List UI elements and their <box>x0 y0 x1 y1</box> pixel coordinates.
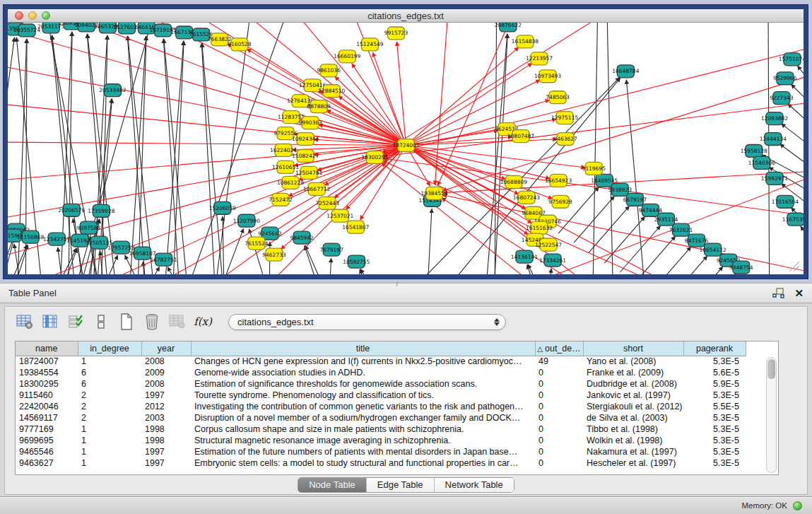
table-cell[interactable]: Estimation of significance thresholds fo… <box>191 378 535 390</box>
column-header-out_de[interactable]: △out_de… <box>535 341 583 356</box>
column-header-year[interactable]: year <box>141 341 191 356</box>
table-row[interactable]: 946554611997Estimation of the future num… <box>16 446 746 457</box>
function-builder-icon[interactable]: f(x) <box>192 311 214 332</box>
table-cell[interactable]: 1 <box>78 435 141 446</box>
graph-node[interactable]: 7152472 <box>269 193 293 206</box>
table-scrollbar-thumb[interactable] <box>767 359 775 379</box>
table-cell[interactable]: Franke et al. (2009) <box>583 367 683 378</box>
table-cell[interactable]: 0 <box>535 457 583 469</box>
table-cell[interactable]: 1 <box>78 457 141 469</box>
graph-node[interactable]: 7615524 <box>245 237 269 250</box>
table-cell[interactable]: 5.3E-5 <box>683 446 746 457</box>
graph-node[interactable]: 9463627 <box>553 133 577 146</box>
graph-node[interactable]: 16154838 <box>512 35 539 48</box>
graph-node[interactable]: 15206059 <box>209 201 236 214</box>
table-cell[interactable]: de Silva et al. (2003) <box>583 412 683 424</box>
network-window-titlebar[interactable]: citations_edges.txt <box>8 9 804 23</box>
table-cell[interactable]: 2 <box>78 390 141 401</box>
table-cell[interactable]: 0 <box>535 424 583 435</box>
table-cell[interactable]: 5.3E-5 <box>683 412 746 424</box>
table-cell[interactable]: Estimation of the future numbers of pati… <box>191 446 535 457</box>
table-cell[interactable]: Embryonic stem cells: a model to study s… <box>191 457 535 469</box>
table-cell[interactable]: 14569117 <box>16 412 78 424</box>
graph-node[interactable]: 12537021 <box>326 209 353 222</box>
table-cell[interactable]: Wolkin et al. (1998) <box>583 435 683 446</box>
table-cell[interactable]: Dudbridge et al. (2008) <box>583 378 683 390</box>
graph-node[interactable]: 9861036 <box>317 64 341 77</box>
graph-node[interactable]: 9348754 <box>729 261 753 274</box>
table-cell[interactable]: 18724007 <box>16 356 78 367</box>
graph-node[interactable]: 11207990 <box>233 214 260 227</box>
graph-node[interactable]: 9915723 <box>384 27 408 40</box>
table-cell[interactable]: Hescheler et al. (1997) <box>583 457 683 469</box>
table-cell[interactable]: 0 <box>535 367 583 378</box>
table-cell[interactable]: 0 <box>535 446 583 457</box>
table-cell[interactable]: 2012 <box>141 401 191 412</box>
table-cell[interactable]: 2008 <box>141 356 191 367</box>
table-scrollbar[interactable] <box>766 357 777 473</box>
table-cell[interactable]: 6 <box>78 367 141 378</box>
table-cell[interactable]: 9463627 <box>16 457 78 469</box>
graph-node[interactable]: 9990363 <box>298 117 322 129</box>
table-cell[interactable]: 5.3E-5 <box>683 457 746 469</box>
table-cell[interactable]: Stergiakouli et al. (2012) <box>583 401 683 412</box>
graph-node[interactable]: 7252443 <box>315 197 339 209</box>
graph-node[interactable]: 10861229 <box>277 176 304 189</box>
table-cell[interactable]: 5.3E-5 <box>683 356 746 367</box>
table-cell[interactable]: 1998 <box>141 435 191 446</box>
table-options-icon[interactable] <box>13 311 36 332</box>
tab-node-table[interactable]: Node Table <box>298 478 366 492</box>
tab-network-table[interactable]: Network Table <box>434 478 514 492</box>
table-cell[interactable]: 9465546 <box>16 446 78 457</box>
splitter-grip[interactable]: ⫽ <box>396 281 399 288</box>
table-cell[interactable]: Structural magnetic resonance image aver… <box>191 435 535 446</box>
graph-node[interactable]: 9119695 <box>582 162 606 175</box>
graph-node[interactable]: 8878809 <box>307 100 331 113</box>
table-cell[interactable]: 2 <box>78 412 141 424</box>
graph-node[interactable]: 12093882 <box>761 112 788 125</box>
graph-node[interactable]: 9160528 <box>228 38 252 51</box>
graph-node[interactable]: 11540306 <box>748 156 775 169</box>
table-cell[interactable]: 1997 <box>141 390 191 401</box>
graph-node[interactable]: 10592755 <box>343 255 370 268</box>
graph-node[interactable]: 12213957 <box>526 52 553 65</box>
graph-node[interactable]: 20206576 <box>58 204 85 216</box>
graph-node[interactable]: 11675350 <box>782 213 804 226</box>
graph-node[interactable]: 9227343 <box>770 92 794 105</box>
zoom-window-button[interactable] <box>42 11 50 20</box>
graph-node[interactable]: 9845942 <box>290 231 314 244</box>
table-row[interactable]: 977716911998Corpus callosum shape and si… <box>16 424 746 435</box>
graph-node[interactable]: 12444134 <box>760 133 787 146</box>
network-graph[interactable]: 1135006110355724205311752069140690940271… <box>8 23 804 274</box>
table-cell[interactable]: 2009 <box>141 367 191 378</box>
table-cell[interactable]: 1997 <box>141 446 191 457</box>
graph-node[interactable]: 9529966 <box>773 72 797 85</box>
table-cell[interactable]: 19384554 <box>16 367 78 378</box>
tab-edge-table[interactable]: Edge Table <box>366 478 434 492</box>
float-panel-icon[interactable] <box>772 288 784 298</box>
table-cell[interactable]: 1998 <box>141 424 191 435</box>
graph-node[interactable]: 20876622 <box>495 23 522 32</box>
table-cell[interactable]: Genome-wide association studies in ADHD. <box>191 367 535 378</box>
close-panel-icon[interactable]: ✕ <box>794 288 804 298</box>
table-cell[interactable]: 22420046 <box>16 401 78 412</box>
table-cell[interactable]: 2008 <box>141 378 191 390</box>
graph-node[interactable]: 15124549 <box>356 38 383 51</box>
graph-node[interactable]: 16654923 <box>545 174 572 187</box>
table-cell[interactable]: Investigating the contribution of common… <box>191 401 535 412</box>
graph-node[interactable]: 17016504 <box>772 195 799 208</box>
graph-node[interactable]: 14136141 <box>511 250 538 263</box>
table-cell[interactable]: 5.6E-5 <box>683 367 746 378</box>
table-cell[interactable]: Changes of HCN gene expression and I(f) … <box>191 356 535 367</box>
table-cell[interactable]: Tibbo et al. (1998) <box>583 424 683 435</box>
table-row[interactable]: 2242004622012Investigating the contribut… <box>16 401 746 412</box>
table-cell[interactable]: Tourette syndrome. Phenomenology and cla… <box>191 390 535 401</box>
graph-node[interactable]: 7485063 <box>546 91 570 104</box>
show-rows-icon[interactable] <box>90 311 112 332</box>
column-header-short[interactable]: short <box>583 341 683 356</box>
column-header-title[interactable]: title <box>191 341 535 356</box>
table-cell[interactable]: 1 <box>78 424 141 435</box>
table-cell[interactable]: 0 <box>535 401 583 412</box>
table-row[interactable]: 1872400712008Changes of HCN gene express… <box>16 356 746 367</box>
table-row[interactable]: 969969511998Structural magnetic resonanc… <box>16 435 746 446</box>
